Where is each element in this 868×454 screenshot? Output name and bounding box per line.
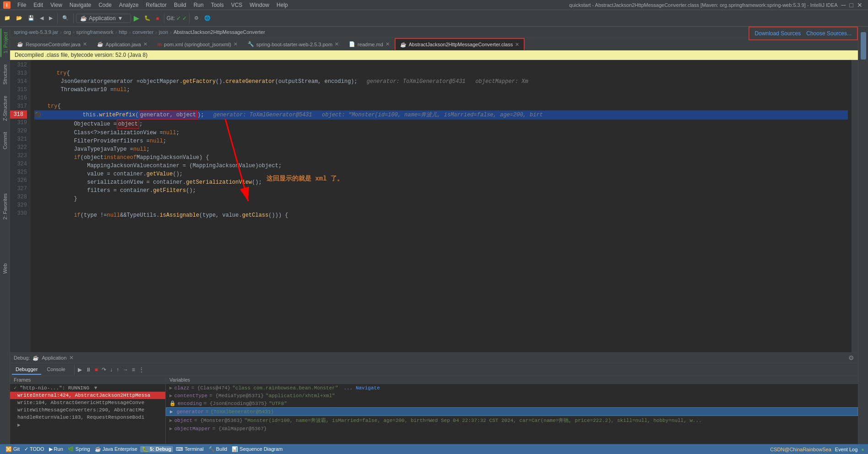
tab-label-application: Application.java [106,42,141,47]
status-todo[interactable]: ✓ TODO [22,446,46,452]
status-terminal[interactable]: ⌨ Terminal [174,446,205,452]
code-line-320: Class<?> serializationView = null ; [34,129,848,137]
debug-tab-debugger[interactable]: Debugger [12,365,41,375]
minimize-btn[interactable]: ─ [841,1,846,9]
toolbar: 📁 📂 💾 ◀ ▶ 🔍 ☕ Application ▼ ▶ 🐛 ■ Git: ✓… [0,10,868,27]
open-btn[interactable]: 📂 [14,14,25,22]
menu-navigate[interactable]: Navigate [66,1,95,9]
breadcrumb-json[interactable]: json [159,29,168,35]
new-project-btn[interactable]: 📁 [2,14,13,22]
tab-close-springbootpom[interactable]: ✕ [335,41,339,47]
forward-btn[interactable]: ▶ [47,14,55,22]
debug-eval-btn[interactable]: ≡ [130,366,137,374]
debug-close-btn[interactable]: ✕ [69,355,74,361]
frame-handlereturn[interactable]: handleReturnValue:183, RequestResponseBo… [10,414,165,421]
sidebar-tab-structure[interactable]: Structure [1,60,9,88]
debug-more-btn[interactable]: ⋮ [137,366,146,374]
download-sources-btn[interactable]: Download Sources [755,30,801,37]
var-encoding[interactable]: 🔒 encoding = {JsonEncoding@5375} "UTF8" [166,399,858,407]
menu-code[interactable]: Code [95,1,115,9]
sidebar-tab-web[interactable]: Web [1,260,9,277]
search-everywhere-btn[interactable]: 🔍 [60,14,71,22]
status-spring[interactable]: 🌿 Spring [66,446,92,452]
debug-tab-console[interactable]: Console [43,365,69,375]
back-btn[interactable]: ◀ [38,14,46,22]
choose-sources-btn[interactable]: Choose Sources... [806,30,852,37]
run-configuration[interactable]: ☕ Application ▼ [76,14,131,23]
menu-edit[interactable]: Edit [30,1,47,9]
tab-application[interactable]: ☕ Application.java ✕ [92,38,152,50]
maximize-btn[interactable]: □ [850,1,853,9]
run-btn[interactable]: ▶ [132,14,141,22]
status-git[interactable]: 🔀 Git [4,446,22,452]
status-build[interactable]: 🔨 Build [206,446,229,452]
tab-close-application[interactable]: ✕ [143,41,147,47]
debug-settings-btn[interactable]: ⚙ [848,354,854,361]
settings-btn[interactable]: ⚙ [192,14,201,22]
debug-pause-btn[interactable]: ⏸ [84,366,93,374]
menu-vcs[interactable]: VCS [228,1,246,9]
tab-readme[interactable]: 📄 readme.md ✕ [344,38,395,50]
tab-close-readme[interactable]: ✕ [385,41,390,47]
stop-btn[interactable]: ■ [154,14,162,22]
variables-label: Variables [169,377,190,383]
debug-stepout-btn[interactable]: ↑ [114,366,121,374]
frame-writewithmsg[interactable]: writeWithMessageConverters:290, Abstract… [10,406,165,414]
status-eventlog[interactable]: Event Log [835,447,858,452]
menu-refactor[interactable]: Refactor [142,1,170,9]
status-java-enterprise[interactable]: ☕ Java Enterprise [93,446,139,452]
code-content[interactable]: try { JsonGenerator generator = objectMa… [31,60,852,352]
var-objectmapper[interactable]: ▶ objectMapper = {XmlMapper@5367} [166,425,858,432]
tab-pomxml[interactable]: m pom.xml (springboot_jsonxml) ✕ [152,38,243,50]
breadcrumb-http[interactable]: http [119,29,127,35]
code-line-324: MappingJacksonValue container = ( Mappin… [34,162,848,170]
debug-stepinto-btn[interactable]: ↓ [108,366,114,374]
debug-resume-btn[interactable]: ▶ [76,366,84,374]
status-sequence[interactable]: 📊 Sequence Diagram [230,446,284,452]
var-generator[interactable]: ▶ generator = {ToXmlGenerator@5431} [166,407,858,416]
right-scrollbar-thumb[interactable] [861,32,866,60]
frame-write[interactable]: write:104, AbstractGenericHttpMessageCon… [10,399,165,406]
breadcrumb-jar[interactable]: spring-web-5.3.9.jar [14,29,58,35]
menu-tools[interactable]: Tools [207,1,228,9]
menu-view[interactable]: View [47,1,66,9]
sidebar-tab-z-structure[interactable]: Z-Structure [1,92,9,125]
var-contenttype[interactable]: ▶ contentType = {MediaType@5371} "applic… [166,392,858,399]
menu-file[interactable]: File [14,1,30,9]
close-btn[interactable]: ✕ [857,1,863,9]
frame-thread[interactable]: ✓ "http-nio-...": RUNNING ▼ [10,384,165,392]
tab-springbootpom[interactable]: 🔧 spring-boot-starter-web-2.5.3.pom ✕ [243,38,344,50]
breadcrumb-org[interactable]: org [64,29,71,35]
tab-abstractjackson[interactable]: ☕ AbstractJackson2HttpMessageConverter.c… [395,38,525,50]
sidebar-tab-commit[interactable]: Commit [1,128,9,153]
tab-close-responsecontroller[interactable]: ✕ [83,41,87,47]
breadcrumb-converter[interactable]: converter [132,29,153,35]
menu-run[interactable]: Run [190,1,207,9]
menu-help[interactable]: Help [273,1,292,9]
debug-stepover-btn[interactable]: ↷ [100,366,108,374]
menu-analyze[interactable]: Analyze [115,1,142,9]
debug-stop-btn[interactable]: ■ [93,366,100,374]
var-object[interactable]: ▶ object = {Monster@5363} "Monster(id=10… [166,416,858,425]
translate-btn[interactable]: 🌐 [202,14,213,22]
status-run[interactable]: ▶ Run [47,446,65,452]
menu-build[interactable]: Build [170,1,190,9]
var-clazz[interactable]: ▶ clazz = {Class@474} "class com.rainbow… [166,384,858,392]
sidebar-tab-favorites[interactable]: 2: Favorites [1,190,9,223]
breadcrumb-springframework[interactable]: springframework [76,29,113,35]
save-btn[interactable]: 💾 [26,14,37,22]
tab-close-pomxml[interactable]: ✕ [233,41,238,47]
debug-runtocrsr-btn[interactable]: → [121,366,130,374]
menu-window[interactable]: Window [246,1,273,9]
frame-more[interactable]: ▶ [10,421,165,429]
tab-close-abstractjackson[interactable]: ✕ [515,42,519,48]
frame-writeinternal[interactable]: writeInternal:424, AbstractJackson2HttpM… [10,392,165,399]
code-line-323: if (object instanceof MappingJacksonValu… [34,153,848,162]
tab-responsecontroller[interactable]: ☕ ResponseController.java ✕ [12,38,92,50]
status-debug-active[interactable]: 🐛 5: Debug [140,446,173,452]
code-line-322: JavaType javaType = null ; [34,145,848,153]
sidebar-tab-project[interactable]: 1: Project [0,28,10,57]
debug-btn[interactable]: 🐛 [142,14,153,22]
run-config-icon: ☕ [80,15,87,22]
editor-scrollbar[interactable] [852,60,858,352]
